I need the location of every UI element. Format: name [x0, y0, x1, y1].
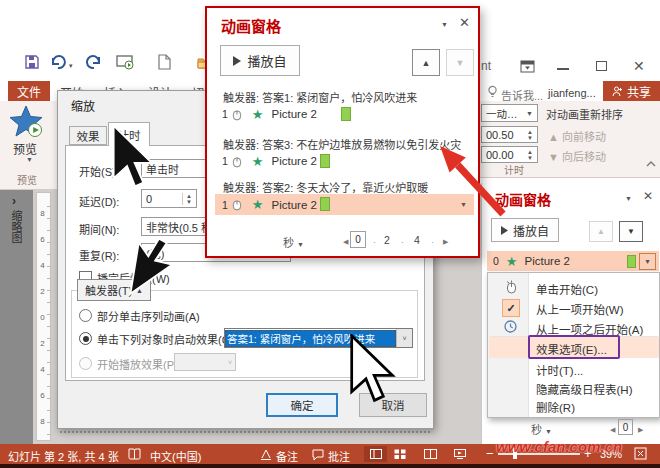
float-pane-menu-icon[interactable]: ▼: [441, 21, 448, 28]
ruler-dots: [60, 431, 430, 433]
timeline-bar[interactable]: [341, 107, 351, 121]
zoom-effect-star-icon: ★: [506, 255, 518, 268]
red-annotation-arrow: [428, 136, 518, 231]
ribbon-display-options-icon[interactable]: [520, 60, 535, 73]
preview-star-icon[interactable]: [9, 104, 43, 138]
new-file-icon[interactable]: [158, 54, 171, 70]
view-sorter-button[interactable]: [394, 449, 406, 459]
delay-label: 延迟(D):: [79, 193, 119, 209]
account-name[interactable]: jianfeng...: [548, 87, 596, 99]
window-bottom-edge: [0, 464, 660, 468]
checked-icon: ✓: [502, 299, 520, 317]
minimize-icon[interactable]: [557, 68, 569, 70]
mouse-click-icon: [232, 108, 242, 121]
float-move-down-button[interactable]: ▼: [446, 49, 474, 76]
menu-remove[interactable]: 删除(R): [536, 399, 575, 415]
view-reading-button[interactable]: [424, 449, 437, 459]
timeline-tick-4: 4: [414, 234, 420, 246]
combo-dropdown-icon[interactable]: ˅: [396, 329, 412, 347]
preview-button[interactable]: 预览: [13, 140, 37, 157]
vertical-ruler: 8 6 4 2 0 2 4 6 8: [36, 192, 51, 441]
comments-icon: [312, 449, 324, 460]
notes-button[interactable]: 备注: [276, 448, 298, 464]
move-later-button[interactable]: ▼ 向后移动: [548, 148, 606, 164]
slide-number-status[interactable]: 幻灯片 第 2 张, 共 4 张: [8, 448, 119, 464]
timeline-scroll-right-icon[interactable]: ▶: [638, 426, 643, 433]
cursor-arrow-trigger-button: [92, 246, 192, 316]
delay-spin[interactable]: 0 ▲▼: [141, 189, 197, 208]
move-earlier-button[interactable]: ▲ 向前移动: [548, 128, 606, 144]
view-slideshow-button[interactable]: [454, 449, 466, 459]
expand-thumbnails-chevron[interactable]: ›: [12, 194, 16, 208]
view-normal-button[interactable]: [364, 446, 387, 462]
animation-style-combo[interactable]: 一动画...▼: [481, 104, 538, 122]
share-button[interactable]: 共享: [603, 81, 660, 101]
animation-item-row[interactable]: 1 ★ Picture 2: [215, 104, 474, 124]
tab-effect[interactable]: 效果: [69, 126, 107, 145]
zoom-out-button[interactable]: −: [486, 446, 494, 461]
preview-dropdown-icon[interactable]: ▼: [26, 156, 33, 163]
preview-group-label: 预览: [17, 172, 37, 187]
tab-file[interactable]: 文件: [8, 81, 50, 101]
language-status[interactable]: 中文(中国): [150, 448, 201, 464]
trigger-header-1: 触发器: 答案1: 紧闭窗户，怕冷风吹进来: [223, 89, 417, 105]
watermark: www.cfan.com.cn: [496, 438, 622, 455]
move-down-button[interactable]: ▼: [619, 221, 643, 242]
start-on-click-icon: [506, 280, 517, 294]
timeline-scroll-left-icon[interactable]: ◀: [343, 238, 348, 245]
menu-start-with-previous[interactable]: 从上一项开始(W): [536, 301, 624, 317]
pane-menu-icon[interactable]: ▼: [625, 195, 632, 202]
thumbnails-strip[interactable]: › 缩略图: [0, 190, 33, 444]
timeline-scroll-left-icon[interactable]: ◀: [610, 426, 615, 433]
radio-onclick-label: 单击下列对象时启动效果(C):: [97, 331, 236, 347]
menu-hide-timeline[interactable]: 隐藏高级日程表(H): [536, 381, 632, 397]
fit-to-window-icon[interactable]: [634, 447, 647, 460]
timeline-scroll-right-icon[interactable]: ▶: [443, 238, 448, 245]
powerpoint-window: nt ✕ ▾ 文件 开始 插入 设计 切换 告诉我... jianfeng...…: [0, 0, 660, 468]
radio-click-sequence[interactable]: [79, 309, 92, 322]
slideshow-icon[interactable]: [116, 55, 135, 70]
comments-button[interactable]: 批注: [328, 448, 350, 464]
animation-item-row[interactable]: 0 ★ Picture 2 ▼: [487, 251, 659, 271]
timeline-tick-2: 2: [384, 234, 390, 246]
float-move-up-button[interactable]: ▲: [412, 49, 440, 76]
ribbon-preview-group: 预览 ▼ 预览: [0, 101, 57, 190]
undo-dropdown-icon[interactable]: ▾: [69, 62, 73, 69]
radio-onclick-of[interactable]: [79, 332, 92, 345]
seconds-dropdown[interactable]: 秒 ▼: [283, 234, 304, 250]
float-pane-title: 动画窗格: [221, 15, 281, 36]
maximize-icon[interactable]: [596, 61, 607, 71]
trigger-header-2: 触发器: 答案3: 不在炉边堆放易燃物以免引发火灾: [223, 136, 461, 152]
move-up-button[interactable]: ▲: [589, 221, 613, 242]
zoom-effect-star-icon: ★: [252, 155, 264, 168]
close-icon[interactable]: ✕: [633, 58, 645, 74]
undo-icon[interactable]: [50, 54, 67, 70]
menu-start-on-click[interactable]: 单击开始(C): [536, 281, 598, 297]
float-play-from-button[interactable]: 播放自: [220, 45, 300, 76]
trigger-header-3: 触发器: 答案2: 冬天太冷了，靠近火炉取暖: [223, 179, 428, 195]
cursor-arrow-combo: [350, 334, 398, 404]
dialog-title: 缩放: [71, 97, 95, 114]
spellcheck-icon[interactable]: [128, 448, 141, 460]
redo-icon[interactable]: [86, 54, 102, 70]
zoom-effect-star-icon: ★: [252, 108, 264, 121]
effect-options-annotation-box: [528, 335, 620, 359]
pane-close-icon[interactable]: ✕: [643, 189, 653, 203]
ok-button[interactable]: 确定: [266, 393, 338, 417]
float-pane-close-icon[interactable]: ✕: [459, 15, 470, 30]
lightbulb-icon: [487, 85, 498, 98]
radio-onplay[interactable]: [79, 357, 92, 370]
collapse-ribbon-icon[interactable]: [646, 161, 656, 167]
timeline-bar[interactable]: [320, 197, 330, 211]
animation-context-menu: 单击开始(C) ✓ 从上一项开始(W) 从上一项之后开始(A) 效果选项(E).…: [487, 272, 660, 418]
seconds-dropdown[interactable]: 秒 ▼: [531, 421, 552, 437]
share-person-icon: [612, 86, 623, 97]
window-title-fragment: nt: [481, 59, 491, 73]
timeline-bar[interactable]: [627, 255, 636, 268]
menu-timing[interactable]: 计时(T)...: [536, 362, 583, 378]
item-dropdown-icon[interactable]: ▼: [639, 253, 656, 270]
timeline-bar[interactable]: [320, 154, 330, 168]
mouse-click-icon: [232, 155, 242, 168]
zoom-effect-star-icon: ★: [252, 198, 264, 211]
save-icon[interactable]: [24, 54, 40, 70]
